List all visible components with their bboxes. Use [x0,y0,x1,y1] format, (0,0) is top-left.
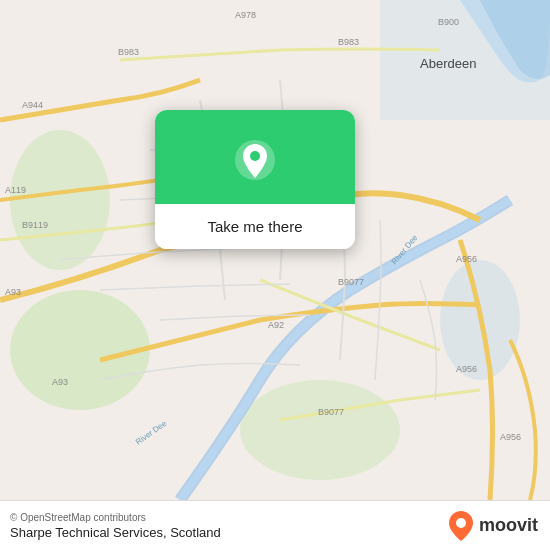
moovit-pin-icon [449,511,473,541]
svg-text:B9077: B9077 [338,277,364,287]
svg-text:A119: A119 [5,185,26,195]
svg-text:B983: B983 [338,37,359,47]
map-popup: Take me there [155,110,355,249]
svg-point-1 [10,290,150,410]
popup-green-header [155,110,355,204]
take-me-there-button[interactable]: Take me there [155,204,355,249]
svg-text:B983: B983 [118,47,139,57]
svg-text:A944: A944 [22,100,43,110]
moovit-logo[interactable]: moovit [449,511,538,541]
svg-text:A978: A978 [235,10,256,20]
bottom-bar: © OpenStreetMap contributors Sharpe Tech… [0,500,550,550]
svg-text:A93: A93 [52,377,68,387]
svg-point-25 [250,151,260,161]
svg-point-3 [240,380,400,480]
moovit-brand-text: moovit [479,515,538,536]
svg-text:B900: B900 [438,17,459,27]
svg-text:A92: A92 [268,320,284,330]
bottom-left-section: © OpenStreetMap contributors Sharpe Tech… [10,512,221,540]
svg-text:A956: A956 [456,254,477,264]
svg-text:A93: A93 [5,287,21,297]
map-container: A978 B900 A944 B983 B983 A119 B9119 A93 … [0,0,550,500]
map-background: A978 B900 A944 B983 B983 A119 B9119 A93 … [0,0,550,500]
svg-point-26 [456,518,466,528]
location-pin-icon [233,138,277,182]
svg-text:B9077: B9077 [318,407,344,417]
svg-point-2 [10,130,110,270]
location-label: Sharpe Technical Services, Scotland [10,525,221,540]
svg-text:B9119: B9119 [22,220,48,230]
svg-text:A956: A956 [500,432,521,442]
copyright-text: © OpenStreetMap contributors [10,512,221,523]
svg-text:A956: A956 [456,364,477,374]
svg-text:Aberdeen: Aberdeen [420,56,476,71]
